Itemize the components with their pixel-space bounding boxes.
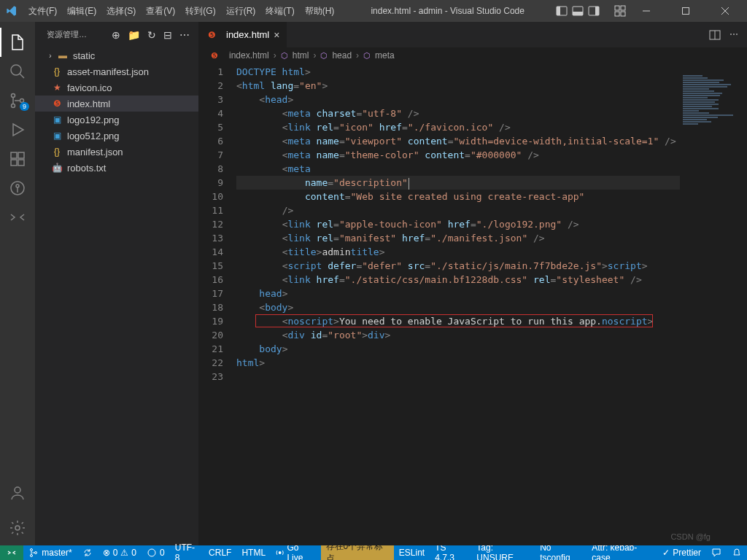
eslint[interactable]: ESLint [394,545,430,560]
svg-point-14 [11,65,21,75]
svg-point-33 [279,551,282,554]
svg-point-31 [35,552,37,554]
svg-rect-21 [18,160,24,166]
svg-point-30 [31,555,33,557]
status-bar: master* ⊗0⚠0 0 UTF-8 CRLF HTML Go Live 存… [0,545,747,560]
svg-point-25 [15,487,20,493]
tsconfig[interactable]: No tsconfig [535,545,587,560]
accounts-icon[interactable] [0,478,35,508]
ts-version[interactable]: TS 4.7.3 [430,545,471,560]
close-tab-icon[interactable]: × [274,29,279,41]
svg-rect-8 [615,12,619,16]
svg-point-29 [31,549,33,551]
file-item[interactable]: {}manifest.json [35,144,198,160]
notifications-icon[interactable] [727,545,747,560]
gitlens-icon[interactable] [0,174,35,203]
refresh-icon[interactable]: ↻ [147,29,156,41]
file-item[interactable]: {}asset-manifest.json [35,63,198,79]
vscode-logo-icon [6,5,18,17]
breadcrumb[interactable]: ❺ index.html› ⬡html› ⬡head› ⬡meta [198,47,747,63]
eol[interactable]: CRLF [204,545,236,560]
editor: ❺ index.html × ⋯ ❺ index.html› ⬡html› ⬡h… [198,22,747,545]
extensions-icon[interactable] [0,144,35,174]
new-file-icon[interactable]: ⊕ [112,29,120,41]
more-actions-icon[interactable]: ⋯ [729,29,738,41]
language-mode[interactable]: HTML [236,545,271,560]
code-content[interactable]: DOCTYPE html><html lang="en"> <head> <me… [236,63,680,545]
menu-edit[interactable]: 编辑(E) [62,0,101,22]
customize-layout-icon[interactable] [614,5,626,17]
chevron-right-icon: › [45,52,55,60]
new-folder-icon[interactable]: 📁 [128,29,140,41]
file-item[interactable]: 🤖robots.txt [35,160,198,176]
svg-point-24 [16,184,19,187]
folder-icon: ▬ [57,50,69,61]
more-icon[interactable]: ⋯ [179,29,190,41]
file-item[interactable]: ▣logo512.png [35,128,198,144]
toggle-primary-sidebar-icon[interactable] [556,5,568,17]
symbol-icon: ⬡ [363,51,371,61]
toggle-panel-icon[interactable] [572,5,584,17]
close-button[interactable] [709,0,741,22]
tag-status[interactable]: Tag: UNSURE [471,545,535,560]
symbol-icon: ⬡ [281,51,288,61]
remote-icon[interactable] [0,203,35,232]
git-branch[interactable]: master* [23,545,77,560]
minimap[interactable] [680,63,747,545]
sidebar-title: 资源管理… [47,29,87,40]
attr-case[interactable]: Attr: kebab-case [587,545,657,560]
window-title: index.html - admin - Visual Studio Code [339,6,556,16]
folder-static[interactable]: ›▬static [35,47,198,63]
feedback-icon[interactable] [706,545,727,560]
html-icon: ❺ [209,51,220,61]
scm-badge: 9 [20,102,29,111]
titlebar: 文件(F) 编辑(E) 选择(S) 查看(V) 转到(G) 运行(R) 终端(T… [0,0,747,22]
encoding[interactable]: UTF-8 [170,545,204,560]
svg-rect-9 [621,12,625,16]
explorer-icon[interactable] [0,28,35,57]
prettier[interactable]: ✓Prettier [657,545,706,560]
menu-terminal[interactable]: 终端(T) [260,0,299,22]
menu-help[interactable]: 帮助(H) [300,0,340,22]
problems[interactable]: ⊗0⚠0 [98,545,142,560]
code-area[interactable]: 1234567891011121314151617181920212223 DO… [198,63,747,545]
ico-icon: ★ [51,82,63,93]
svg-rect-19 [11,152,17,158]
file-item[interactable]: ★favicon.ico [35,79,198,96]
search-icon[interactable] [0,57,35,86]
json-icon: {} [51,66,63,77]
svg-rect-7 [621,6,625,10]
sync-icon[interactable] [77,545,98,560]
menubar: 文件(F) 编辑(E) 选择(S) 查看(V) 转到(G) 运行(R) 终端(T… [23,0,339,22]
menu-run[interactable]: 运行(R) [221,0,261,22]
editor-tabs: ❺ index.html × ⋯ [198,22,747,47]
svg-rect-1 [557,7,560,15]
go-live[interactable]: Go Live [271,545,321,560]
tab-index-html[interactable]: ❺ index.html × [198,22,287,47]
remote-indicator[interactable] [0,545,23,560]
menu-view[interactable]: 查看(V) [141,0,180,22]
collapse-icon[interactable]: ⊟ [163,29,172,41]
svg-rect-20 [11,160,17,166]
svg-point-17 [12,104,15,108]
menu-selection[interactable]: 选择(S) [101,0,141,22]
menu-file[interactable]: 文件(F) [23,0,62,22]
line-numbers: 1234567891011121314151617181920212223 [198,63,236,545]
split-editor-icon[interactable] [709,29,721,41]
minimize-button[interactable] [630,0,662,22]
menu-go[interactable]: 转到(G) [180,0,220,22]
svg-point-32 [148,549,155,556]
run-debug-icon[interactable] [0,115,35,144]
json-icon: {} [51,147,63,157]
settings-gear-icon[interactable] [0,513,35,542]
maximize-button[interactable] [670,0,702,22]
file-item[interactable]: ▣logo192.png [35,112,198,128]
breakpoints[interactable]: 存在0个异常标点 [321,545,394,560]
html-icon: ❺ [206,30,217,40]
html-icon: ❺ [51,98,63,109]
ports[interactable]: 0 [142,545,170,560]
svg-line-15 [20,74,24,78]
file-item[interactable]: ❺index.html [35,96,198,112]
toggle-secondary-sidebar-icon[interactable] [588,5,600,17]
source-control-icon[interactable]: 9 [0,86,35,115]
